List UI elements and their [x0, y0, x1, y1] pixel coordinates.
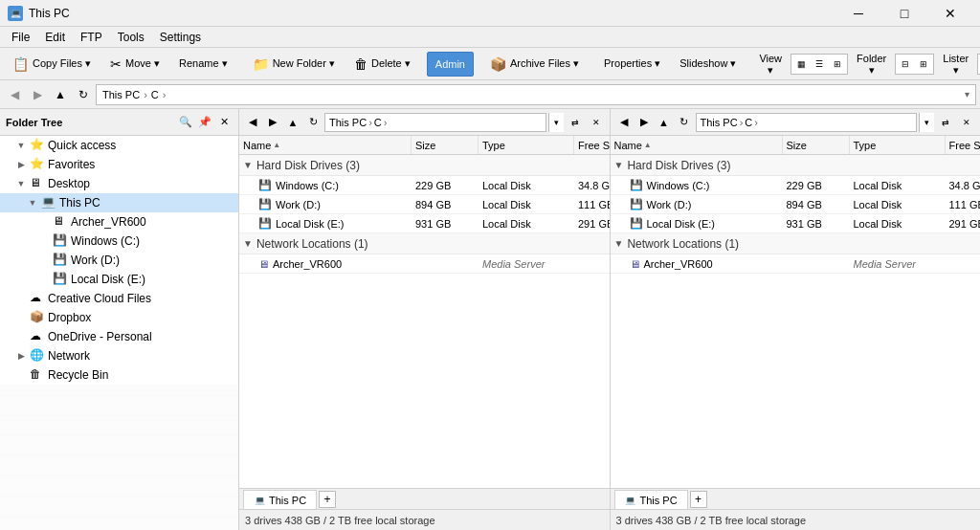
sidebar-item-this-pc[interactable]: ▼ 💻 This PC: [0, 193, 238, 212]
lister-button[interactable]: Lister ▾: [936, 52, 975, 77]
left-col-freespace[interactable]: Free Space: [574, 136, 610, 154]
left-col-size[interactable]: Size: [412, 136, 479, 154]
sidebar-item-network[interactable]: ▶ 🌐 Network: [0, 346, 238, 365]
left-add-tab-button[interactable]: +: [319, 491, 336, 508]
left-address-bar[interactable]: This PC › C ›: [324, 113, 546, 132]
left-network-name-archer: 🖥 Archer_VR600: [239, 254, 412, 273]
view-icon-2[interactable]: ☰: [811, 55, 828, 73]
folder-icons-group: ⊟ ⊞: [895, 54, 934, 75]
menu-tools[interactable]: Tools: [110, 29, 152, 46]
sidebar-item-archer[interactable]: 🖥 Archer_VR600: [0, 212, 238, 232]
sidebar-item-recycle-bin[interactable]: 🗑 Recycle Bin: [0, 365, 238, 385]
sidebar-item-onedrive[interactable]: ☁ OneDrive - Personal: [0, 327, 238, 346]
left-drive-row-windows-c[interactable]: 💾 Windows (C:) 229 GB Local Disk 34.8 GB…: [239, 176, 610, 195]
left-col-name[interactable]: Name ▲: [239, 136, 412, 154]
copy-files-button[interactable]: 📋 Copy Files ▾: [4, 52, 100, 77]
sidebar-item-favorites[interactable]: ▶ ⭐ Favorites: [0, 155, 238, 174]
right-refresh-button[interactable]: ↻: [675, 113, 694, 132]
archive-files-button[interactable]: 📦 Archive Files ▾: [481, 52, 588, 77]
right-network-row-archer[interactable]: 🖥 Archer_VR600 Media Server: [611, 254, 981, 274]
address-dropdown-icon[interactable]: ▾: [965, 89, 969, 99]
properties-button[interactable]: Properties ▾: [595, 52, 669, 77]
left-hard-disk-label: Hard Disk Drives (3): [256, 159, 360, 172]
sidebar-item-desktop[interactable]: ▼ 🖥 Desktop: [0, 174, 238, 193]
right-col-name[interactable]: Name ▲: [611, 136, 783, 154]
right-sync-button[interactable]: ⇄: [936, 113, 955, 132]
left-sync-button[interactable]: ⇄: [566, 113, 585, 132]
menu-file[interactable]: File: [4, 29, 37, 46]
sidebar-item-windows-c[interactable]: 💾 Windows (C:): [0, 232, 238, 251]
left-col-type[interactable]: Type: [479, 136, 574, 154]
sidebar-item-work-d[interactable]: 💾 Work (D:): [0, 251, 238, 270]
right-col-freespace[interactable]: Free Space: [946, 136, 981, 154]
left-close-pane-button[interactable]: ✕: [587, 113, 606, 132]
sidebar-item-dropbox[interactable]: 📦 Dropbox: [0, 308, 238, 327]
folder-icon-2[interactable]: ⊞: [915, 55, 932, 73]
back-button[interactable]: ◀: [4, 84, 25, 105]
right-add-tab-button[interactable]: +: [690, 491, 707, 508]
left-file-list[interactable]: Name ▲ Size Type Free Space Percent Full…: [239, 136, 610, 488]
menu-ftp[interactable]: FTP: [73, 29, 110, 46]
left-address-dropdown[interactable]: ▾: [548, 113, 564, 132]
close-button[interactable]: ✕: [928, 0, 972, 27]
menu-settings[interactable]: Settings: [152, 29, 209, 46]
admin-button[interactable]: Admin: [427, 52, 474, 77]
main-area: Folder Tree 🔍 📌 ✕ ▼ ⭐ Quick access ▶ ⭐ F…: [0, 109, 980, 530]
left-network-row-archer[interactable]: 🖥 Archer_VR600 Media Server: [239, 254, 610, 274]
right-address-dropdown[interactable]: ▾: [919, 113, 934, 132]
up-button[interactable]: ▲: [50, 84, 71, 105]
sidebar-item-creative-cloud[interactable]: ☁ Creative Cloud Files: [0, 289, 238, 308]
maximize-button[interactable]: □: [882, 0, 926, 27]
delete-button[interactable]: 🗑 Delete ▾: [345, 52, 419, 77]
right-file-list[interactable]: Name ▲ Size Type Free Space Percent Full…: [611, 136, 981, 488]
view-button[interactable]: View ▾: [752, 52, 789, 77]
left-tab-this-pc[interactable]: 💻 This PC: [243, 490, 317, 509]
right-back-button[interactable]: ◀: [614, 113, 634, 132]
forward-button[interactable]: ▶: [27, 84, 48, 105]
view-icon-1[interactable]: ▦: [792, 55, 810, 73]
minimize-button[interactable]: ─: [836, 0, 880, 27]
right-forward-button[interactable]: ▶: [635, 113, 654, 132]
sidebar-search-button[interactable]: 🔍: [177, 114, 194, 131]
left-drive-row-local-e[interactable]: 💾 Local Disk (E:) 931 GB Local Disk 291 …: [239, 214, 610, 233]
right-drive-row-windows-c[interactable]: 💾 Windows (C:) 229 GB Local Disk 34.8 GB…: [611, 176, 981, 195]
right-tab-this-pc[interactable]: 💻 This PC: [614, 490, 688, 509]
left-hard-disk-section[interactable]: ▼ Hard Disk Drives (3): [239, 155, 610, 176]
right-address-bar[interactable]: This PC › C ›: [696, 113, 918, 132]
right-hard-disk-section[interactable]: ▼ Hard Disk Drives (3): [611, 155, 981, 176]
folder-button[interactable]: Folder ▾: [850, 52, 893, 77]
refresh-button[interactable]: ↻: [73, 84, 94, 105]
right-drive-row-work-d[interactable]: 💾 Work (D:) 894 GB Local Disk 111 GB NTF…: [611, 195, 981, 214]
right-network-section[interactable]: ▼ Network Locations (1): [611, 233, 981, 254]
left-up-button[interactable]: ▲: [283, 113, 302, 132]
left-back-button[interactable]: ◀: [243, 113, 262, 132]
right-drive-row-local-e[interactable]: 💾 Local Disk (E:) 931 GB Local Disk 291 …: [611, 214, 981, 233]
slideshow-button[interactable]: Slideshow ▾: [671, 52, 745, 77]
new-folder-button[interactable]: 📁 New Folder ▾: [244, 52, 344, 77]
view-icon-3[interactable]: ⊞: [829, 55, 846, 73]
right-close-pane-button[interactable]: ✕: [957, 113, 976, 132]
menu-edit[interactable]: Edit: [37, 29, 73, 46]
left-refresh-button[interactable]: ↻: [303, 113, 323, 132]
left-drive-row-work-d[interactable]: 💾 Work (D:) 894 GB Local Disk 111 GB NTF…: [239, 195, 610, 214]
sidebar-close-button[interactable]: ✕: [215, 114, 233, 131]
sidebar-item-quick-access[interactable]: ▼ ⭐ Quick access: [0, 136, 238, 155]
right-col-size[interactable]: Size: [783, 136, 850, 154]
left-address-c: C: [374, 117, 382, 128]
right-tab-label: This PC: [640, 495, 678, 506]
right-up-button[interactable]: ▲: [655, 113, 674, 132]
sidebar-item-local-e[interactable]: 💾 Local Disk (E:): [0, 270, 238, 289]
move-button[interactable]: ✂ Move ▾: [101, 52, 168, 77]
folder-icon-1[interactable]: ⊟: [897, 55, 914, 73]
address-bar[interactable]: This PC › C › ▾: [96, 84, 976, 105]
sidebar-pin-button[interactable]: 📌: [196, 114, 213, 131]
work-d-icon: 💾: [53, 253, 68, 268]
rename-button[interactable]: Rename ▾: [170, 52, 236, 77]
left-forward-button[interactable]: ▶: [263, 113, 282, 132]
sidebar-scroll-area: [0, 385, 238, 530]
left-network-section[interactable]: ▼ Network Locations (1): [239, 233, 610, 254]
left-nav-group: ◀ ▶ ▲ ↻: [243, 113, 323, 132]
right-col-type[interactable]: Type: [850, 136, 946, 154]
right-network-expand-icon: ▼: [614, 238, 624, 249]
left-drive-freespace-windows-c: 34.8 GB: [574, 176, 610, 194]
